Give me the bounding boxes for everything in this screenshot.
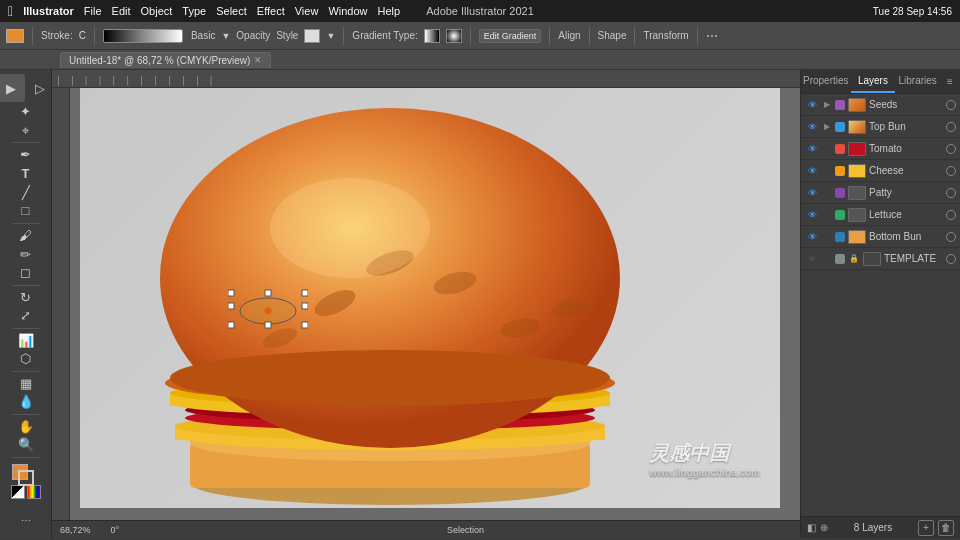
opacity-label: Opacity [236,30,270,41]
menu-object[interactable]: Object [141,5,173,17]
layer-row-topbun[interactable]: 👁 ▶ Top Bun [801,116,960,138]
direct-selection-tool[interactable]: ▷ [26,74,52,102]
layer-row-cheese[interactable]: 👁 ▶ Cheese [801,160,960,182]
layer-target-template[interactable] [946,254,956,264]
magic-wand-tool[interactable]: ✦ [12,103,40,121]
layer-target-seeds[interactable] [946,100,956,110]
pencil-tool[interactable]: ✏ [12,245,40,263]
layer-row-bottombun[interactable]: 👁 ▶ Bottom Bun [801,226,960,248]
style-box[interactable] [304,29,320,43]
blend-tool[interactable]: ⬡ [12,350,40,368]
rotate-tool[interactable]: ↻ [12,288,40,306]
menu-view[interactable]: View [295,5,319,17]
paintbrush-tool[interactable]: 🖌 [12,226,40,244]
layer-color-cheese [835,166,845,176]
layer-target-topbun[interactable] [946,122,956,132]
delete-layer-button[interactable]: 🗑 [938,520,954,536]
layer-eye-tomato[interactable]: 👁 [805,142,819,156]
color-area[interactable] [12,464,40,482]
shape-tool[interactable]: □ [12,202,40,220]
layer-target-lettuce[interactable] [946,210,956,220]
layer-color-tomato [835,144,845,154]
panel-make-mask-icon[interactable]: ◧ [807,522,816,533]
eyedropper-tool[interactable]: 💧 [12,393,40,411]
layer-row-seeds[interactable]: 👁 ▶ Seeds [801,94,960,116]
layer-eye-bottombun[interactable]: 👁 [805,230,819,244]
layer-target-bottombun[interactable] [946,232,956,242]
gradient-type-box2[interactable] [446,29,462,43]
panel-tabs: Properties Layers Libraries ≡ [801,70,960,94]
svg-rect-27 [302,290,308,296]
svg-rect-25 [265,322,271,328]
line-tool[interactable]: ╱ [12,183,40,201]
layer-eye-topbun[interactable]: 👁 [805,120,819,134]
doc-tab-close[interactable]: ✕ [254,55,262,65]
selection-tools: ▶ ▷ [0,74,52,102]
panel-tab-libraries[interactable]: Libraries [895,70,940,93]
menu-file[interactable]: File [84,5,102,17]
layer-row-patty[interactable]: 👁 ▶ Patty [801,182,960,204]
eraser-tool[interactable]: ◻ [12,264,40,282]
apple-logo[interactable]:  [8,3,13,19]
scale-tool[interactable]: ⤢ [12,307,40,325]
layer-eye-cheese[interactable]: 👁 [805,164,819,178]
selected-object[interactable] [228,283,286,313]
layer-row-template[interactable]: 👁 ▶ 🔒 TEMPLATE [801,248,960,270]
status-bar: 68,72% 0° Selection [52,520,800,538]
layer-target-tomato[interactable] [946,144,956,154]
panel-tab-more-icon[interactable]: ≡ [940,70,960,93]
menu-help[interactable]: Help [378,5,401,17]
app-name-menu[interactable]: Illustrator [23,5,74,17]
menu-select[interactable]: Select [216,5,247,17]
hand-tool[interactable]: ✋ [12,417,40,435]
graph-tool[interactable]: 📊 [12,331,40,349]
panel-tab-layers[interactable]: Layers [851,70,896,93]
panel-clip-icon[interactable]: ⊕ [820,522,828,533]
none-color-icon[interactable] [11,485,25,499]
canvas-area[interactable]: │ │ │ │ │ │ │ │ │ │ │ │ [52,70,800,538]
layer-name-bottombun: Bottom Bun [869,231,943,242]
pen-tool[interactable]: ✒ [12,146,40,164]
layer-eye-patty[interactable]: 👁 [805,186,819,200]
panel-tab-properties[interactable]: Properties [801,70,851,93]
menu-edit[interactable]: Edit [112,5,131,17]
app-title-center: Adobe Illustrator 2021 [426,5,534,17]
mac-topbar:  Illustrator File Edit Object Type Sele… [0,0,960,22]
gradient-preview[interactable] [103,29,183,43]
layer-row-tomato[interactable]: 👁 ▶ Tomato [801,138,960,160]
layer-row-lettuce[interactable]: 👁 ▶ Lettuce [801,204,960,226]
more-tools-btn[interactable]: ⋯ [12,506,40,534]
layer-arrow-topbun[interactable]: ▶ [822,120,832,134]
menu-window[interactable]: Window [328,5,367,17]
zoom-tool[interactable]: 🔍 [12,436,40,454]
layer-thumb-cheese [848,164,866,178]
lasso-tool[interactable]: ⌖ [12,122,40,140]
selection-tool[interactable]: ▶ [0,74,25,102]
doc-tab[interactable]: Untitled-18* @ 68,72 % (CMYK/Preview) ✕ [60,52,271,68]
color-icon[interactable] [27,485,41,499]
type-tool[interactable]: T [12,165,40,183]
menu-effect[interactable]: Effect [257,5,285,17]
add-layer-button[interactable]: + [918,520,934,536]
layer-name-seeds: Seeds [869,99,943,110]
layer-target-cheese[interactable] [946,166,956,176]
menu-type[interactable]: Type [182,5,206,17]
gradient-type-box1[interactable] [424,29,440,43]
opacity-icon[interactable]: ▼ [326,31,335,41]
svg-point-20 [270,178,430,278]
edit-gradient-btn[interactable]: Edit Gradient [479,29,542,43]
options-toolbar: Stroke: C Basic ▼ Opacity Style ▼ Gradie… [0,22,960,50]
layer-eye-lettuce[interactable]: 👁 [805,208,819,222]
layer-eye-template[interactable]: 👁 [805,252,819,266]
more-tools-icon[interactable]: ⋯ [706,29,718,43]
stroke-box[interactable] [18,470,34,486]
layer-arrow-seeds[interactable]: ▶ [822,98,832,112]
layer-lock-template[interactable]: 🔒 [848,253,860,265]
gradient-tool[interactable]: ▦ [12,374,40,392]
layer-target-patty[interactable] [946,188,956,198]
tool-sep-1 [12,142,40,143]
layer-eye-seeds[interactable]: 👁 [805,98,819,112]
basic-dropdown-icon[interactable]: ▼ [221,31,230,41]
fill-color-box[interactable] [6,29,24,43]
artboard[interactable]: 灵感中国 www.lingganchina.com [80,88,780,508]
